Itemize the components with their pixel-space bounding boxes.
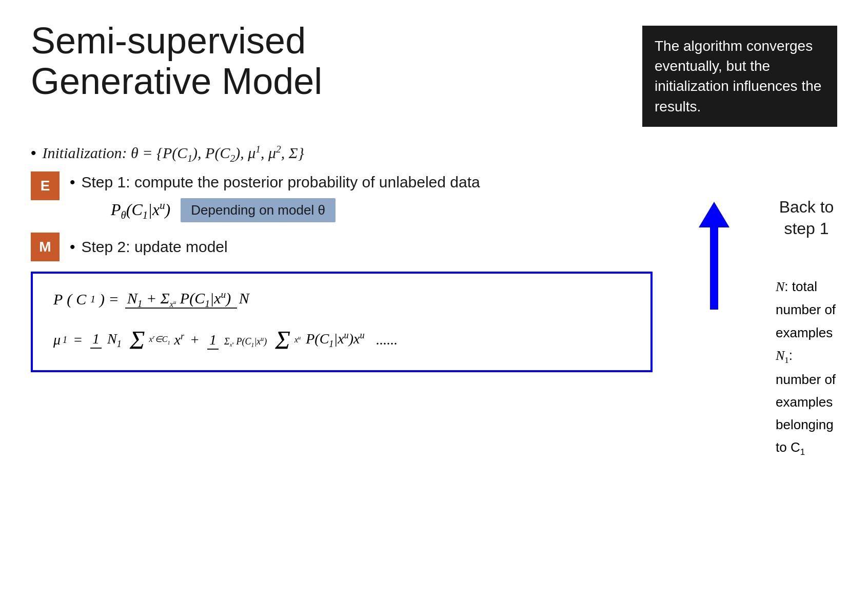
- right-bottom: Back to step 1 N: total number of exampl…: [663, 233, 837, 460]
- back-arrow-text: Back to step 1: [776, 197, 837, 239]
- init-text: Initialization: θ = {P(C1), P(C2), μ1, μ…: [43, 142, 304, 165]
- xr-term: xr: [174, 331, 185, 348]
- text-notes-col: Back to step 1 N: total number of exampl…: [765, 197, 837, 460]
- left-bottom: M • Step 2: update model P(C1) = N1: [31, 233, 663, 372]
- formula2-frac1-den: N1: [105, 330, 124, 347]
- title-line2: Generative Model: [31, 61, 322, 102]
- p-xu-term: P(C1|xu)xu: [306, 330, 364, 350]
- formula1-fraction: N1 + Σxu P(C1|xu) N: [125, 289, 251, 310]
- init-bullet: • Initialization: θ = {P(C1), P(C2), μ1,…: [31, 142, 837, 165]
- note-N1: N1: number of examples belonging to C1: [776, 344, 837, 460]
- sum-symbol-2: Σ: [275, 325, 290, 355]
- bottom-half: M • Step 2: update model P(C1) = N1: [31, 233, 837, 460]
- step1-text: Step 1: compute the posterior probabilit…: [82, 171, 480, 193]
- bullet-dot-step1: •: [70, 171, 75, 193]
- back-to-step1-label: Back to step 1: [779, 198, 834, 238]
- header-section: Semi-supervised Generative Model The alg…: [31, 21, 837, 127]
- step2-text: Step 2: update model: [82, 236, 228, 258]
- callout-box: The algorithm converges eventually, but …: [642, 26, 837, 127]
- formula2-frac2-num: 1: [207, 332, 219, 350]
- slide: Semi-supervised Generative Model The alg…: [0, 0, 868, 613]
- badge-m-label: M: [39, 239, 51, 255]
- note-N-text: total number of examples: [776, 279, 836, 340]
- ellipsis: ......: [376, 332, 398, 348]
- formula2-frac2-den: Σxu P(C1|xu): [222, 335, 269, 347]
- step2-row: M • Step 2: update model: [31, 233, 663, 261]
- main-title: Semi-supervised Generative Model: [31, 21, 322, 102]
- sum-sub-1: xr∈C1: [149, 334, 170, 346]
- formula2-frac1-num: 1: [90, 331, 102, 349]
- formulas-box: P(C1) = N1 + Σxu P(C1|xu) N μ1 =: [31, 272, 653, 372]
- callout-text: The algorithm converges eventually, but …: [655, 38, 821, 114]
- bullet-dot-init: •: [31, 142, 36, 164]
- formula1: P(C1) = N1 + Σxu P(C1|xu) N: [53, 289, 630, 310]
- arrow-shaft: [710, 227, 718, 310]
- formula1-lhs: P: [53, 291, 63, 308]
- title-block: Semi-supervised Generative Model: [31, 21, 322, 102]
- step1-formula-math: Pθ(C1|xu): [111, 199, 170, 221]
- title-line1: Semi-supervised: [31, 20, 306, 61]
- note-N: N: total number of examples: [776, 275, 837, 344]
- formula1-denominator: N: [237, 289, 251, 306]
- arrow-and-notes: Back to step 1 N: total number of exampl…: [663, 191, 837, 460]
- formula2: μ1 = 1 N1 Σ xr∈C1 xr + 1 Σxu P(C1|xu): [53, 325, 630, 355]
- step2-bullet: • Step 2: update model: [70, 236, 228, 258]
- badge-e: E: [31, 171, 60, 200]
- step1-bullet: • Step 1: compute the posterior probabil…: [70, 171, 837, 193]
- formula1-numerator: N1 + Σxu P(C1|xu): [125, 290, 237, 309]
- depending-label: Depending on model θ: [191, 202, 325, 218]
- sum-symbol-1: Σ: [130, 325, 145, 355]
- back-arrow-section: [663, 191, 765, 310]
- badge-e-label: E: [41, 178, 50, 194]
- note-N1-text: number of examples belonging to C: [776, 372, 836, 455]
- notes: N: total number of examples N1: number o…: [776, 275, 837, 460]
- depending-box: Depending on model θ: [181, 198, 336, 222]
- badge-m: M: [31, 233, 60, 261]
- sum-sub-2: xu: [294, 335, 301, 344]
- bullet-dot-step2: •: [70, 236, 75, 258]
- arrow-up-head: [699, 202, 729, 227]
- content-section: • Initialization: θ = {P(C1), P(C2), μ1,…: [31, 142, 837, 460]
- formula2-lhs: μ: [53, 332, 61, 348]
- formula2-frac1: 1 N1: [90, 331, 124, 350]
- formula2-frac2: 1 Σxu P(C1|xu): [207, 332, 269, 349]
